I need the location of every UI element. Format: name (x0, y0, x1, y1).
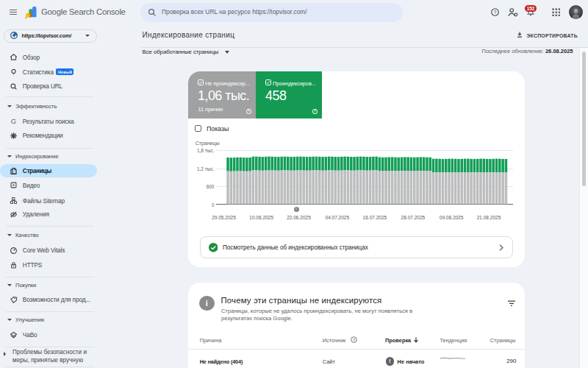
svg-text:?: ? (352, 338, 354, 342)
